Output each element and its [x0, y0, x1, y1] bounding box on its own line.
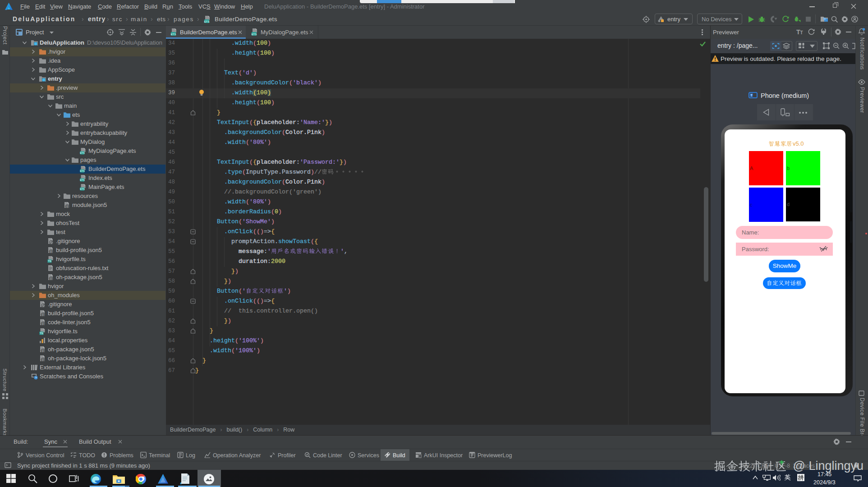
svg-text:ETS: ETS	[80, 152, 85, 154]
svg-text:TS: TS	[40, 332, 43, 335]
svg-text:ETS: ETS	[80, 179, 85, 181]
svg-text:{}: {}	[49, 277, 53, 280]
svg-text:ETS: ETS	[170, 32, 176, 36]
svg-text:{}: {}	[49, 250, 53, 253]
svg-text:{}: {}	[41, 322, 45, 326]
svg-text:{}: {}	[65, 205, 69, 208]
svg-text:{}: {}	[41, 313, 45, 317]
svg-text:ETS: ETS	[204, 20, 209, 23]
svg-text:ETS: ETS	[80, 188, 85, 190]
svg-text:{}: {}	[41, 349, 45, 353]
svg-text:T: T	[750, 94, 753, 97]
svg-text:ETS: ETS	[251, 32, 257, 36]
svg-text:ETS: ETS	[80, 170, 85, 172]
svg-text:{}: {}	[41, 358, 45, 362]
svg-text:TS: TS	[48, 260, 51, 262]
